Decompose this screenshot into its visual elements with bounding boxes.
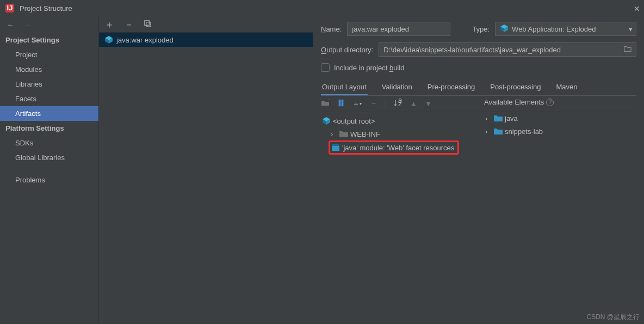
add-icon[interactable]: ＋ <box>104 18 114 31</box>
move-up-icon: ▲ <box>410 100 417 108</box>
add-copy-icon[interactable]: ＋▾ <box>352 99 362 109</box>
available-item-label: snippets-lab <box>505 127 543 136</box>
tree-output-root[interactable]: <output root> <box>321 114 479 127</box>
remove-item-icon: － <box>369 98 378 109</box>
nav-facets[interactable]: Facets <box>0 91 98 106</box>
back-arrow-icon[interactable]: ← <box>4 19 16 30</box>
browse-folder-icon[interactable] <box>624 45 631 54</box>
expander-icon[interactable]: › <box>331 130 337 138</box>
close-icon[interactable]: × <box>634 3 640 15</box>
section-project-settings: Project Settings <box>0 33 98 47</box>
separator <box>386 99 386 109</box>
nav-global-libraries[interactable]: Global Libraries <box>0 150 98 165</box>
svg-rect-19 <box>332 144 339 146</box>
tab-post-processing[interactable]: Post-processing <box>489 80 542 95</box>
window-title: Project Structure <box>20 4 72 13</box>
artifact-list-item[interactable]: java:war exploded <box>99 33 313 47</box>
svg-text:+: + <box>328 99 330 104</box>
app-logo-icon: IJ <box>5 4 14 13</box>
archive-icon[interactable] <box>337 99 345 109</box>
artifact-list-label: java:war exploded <box>116 36 174 44</box>
tree-webinf-label: WEB-INF <box>350 130 380 138</box>
available-elements-pane: Available Elements ? › java › <box>479 112 636 155</box>
tab-validation[interactable]: Validation <box>381 80 413 95</box>
svg-text:IJ: IJ <box>7 4 13 12</box>
expander-icon[interactable]: › <box>485 127 492 136</box>
settings-sidebar: ← → Project Settings Project Modules Lib… <box>0 16 99 324</box>
nav-libraries[interactable]: Libraries <box>0 77 98 91</box>
sort-icon[interactable]: az <box>394 99 403 109</box>
svg-rect-12 <box>340 100 342 106</box>
svg-text:z: z <box>398 100 402 107</box>
tree-facet-label[interactable]: 'java' module: 'Web' facet resources <box>342 144 454 152</box>
web-facet-icon <box>331 143 340 152</box>
forward-arrow-icon: → <box>22 19 34 30</box>
move-down-icon: ▼ <box>425 100 432 108</box>
include-build-checkbox[interactable] <box>321 63 330 72</box>
nav-modules[interactable]: Modules <box>0 62 98 77</box>
nav-project[interactable]: Project <box>0 47 98 62</box>
artifact-icon <box>322 117 331 125</box>
artifact-type-icon <box>500 24 509 34</box>
section-platform-settings: Platform Settings <box>0 121 98 136</box>
copy-icon[interactable] <box>144 20 152 29</box>
svg-rect-2 <box>145 20 149 25</box>
output-dir-label: Output directory: <box>321 46 373 54</box>
type-label: Type: <box>472 25 490 33</box>
svg-rect-3 <box>146 22 151 26</box>
highlighted-facet-row: 'java' module: 'Web' facet resources <box>329 140 459 155</box>
output-layout-tree: <output root> › WEB-INF 'java' module: '… <box>321 112 479 155</box>
tree-root-label: <output root> <box>333 117 375 125</box>
artifacts-list-pane: ＋ － java:war exploded <box>99 16 313 324</box>
remove-icon[interactable]: － <box>124 18 134 31</box>
nav-problems[interactable]: Problems <box>0 173 98 187</box>
include-build-label: Include in project build <box>334 64 404 72</box>
available-elements-title: Available Elements <box>484 98 544 106</box>
available-item-snippets[interactable]: › snippets-lab <box>484 125 636 138</box>
new-folder-icon[interactable]: + <box>321 99 330 109</box>
tree-webinf[interactable]: › WEB-INF <box>321 127 479 140</box>
artifact-type-dropdown[interactable]: Web Application: Exploded ▾ <box>495 22 636 36</box>
nav-sdks[interactable]: SDKs <box>0 136 98 150</box>
module-icon <box>494 114 503 123</box>
artifact-name-input[interactable] <box>347 22 450 36</box>
chevron-down-icon: ▾ <box>629 25 633 33</box>
available-item-java[interactable]: › java <box>484 112 636 125</box>
tab-pre-processing[interactable]: Pre-processing <box>426 80 476 95</box>
expander-icon[interactable]: › <box>485 114 492 123</box>
artifact-detail-pane: Name: Type: Web Application: Exploded ▾ … <box>313 16 644 324</box>
watermark: CSDN @星辰之行 <box>586 313 640 322</box>
nav-artifacts[interactable]: Artifacts <box>0 106 98 121</box>
artifact-type-value: Web Application: Exploded <box>512 25 596 33</box>
output-dir-value: D:\dev\idea\snippets-lab\out\artifacts\j… <box>383 46 622 54</box>
titlebar: IJ Project Structure × <box>0 0 644 16</box>
name-label: Name: <box>321 25 342 33</box>
folder-icon <box>339 130 348 138</box>
output-dir-input[interactable]: D:\dev\idea\snippets-lab\out\artifacts\j… <box>379 42 636 57</box>
tab-output-layout[interactable]: Output Layout <box>321 80 368 95</box>
available-item-label: java <box>505 114 518 123</box>
help-icon[interactable]: ? <box>546 99 554 106</box>
artifact-icon <box>104 35 113 44</box>
module-icon <box>494 127 503 136</box>
tab-maven[interactable]: Maven <box>555 80 578 95</box>
artifact-tabs: Output Layout Validation Pre-processing … <box>321 80 636 96</box>
